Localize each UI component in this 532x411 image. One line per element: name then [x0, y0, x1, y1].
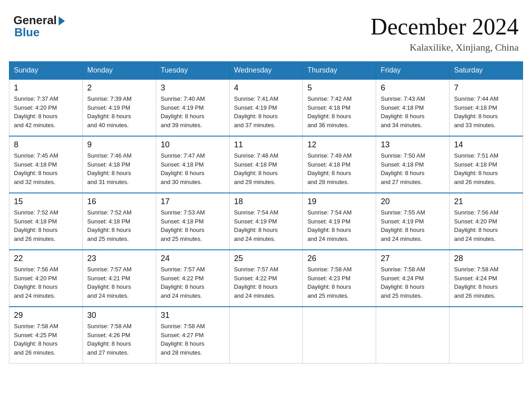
day-number: 28 — [454, 254, 518, 263]
calendar-week-row: 8Sunrise: 7:45 AMSunset: 4:18 PMDaylight… — [9, 136, 523, 193]
day-info: Sunrise: 7:56 AMSunset: 4:20 PMDaylight:… — [14, 265, 78, 300]
col-header-thursday: Thursday — [303, 62, 376, 80]
day-info: Sunrise: 7:48 AMSunset: 4:18 PMDaylight:… — [234, 151, 298, 186]
calendar-header-row: SundayMondayTuesdayWednesdayThursdayFrid… — [9, 62, 523, 80]
calendar-day-15: 15Sunrise: 7:52 AMSunset: 4:18 PMDayligh… — [9, 193, 83, 250]
day-info: Sunrise: 7:58 AMSunset: 4:27 PMDaylight:… — [161, 322, 225, 357]
calendar-week-row: 1Sunrise: 7:37 AMSunset: 4:20 PMDaylight… — [9, 79, 523, 136]
day-info: Sunrise: 7:50 AMSunset: 4:18 PMDaylight:… — [381, 151, 445, 186]
day-number: 24 — [161, 254, 225, 263]
month-title: December 2024 — [370, 13, 519, 40]
day-info: Sunrise: 7:49 AMSunset: 4:18 PMDaylight:… — [307, 151, 371, 186]
day-info: Sunrise: 7:56 AMSunset: 4:20 PMDaylight:… — [454, 208, 518, 243]
logo-arrow-icon — [59, 17, 65, 26]
day-number: 22 — [14, 254, 78, 263]
day-info: Sunrise: 7:40 AMSunset: 4:19 PMDaylight:… — [161, 94, 225, 129]
calendar-day-9: 9Sunrise: 7:46 AMSunset: 4:18 PMDaylight… — [82, 136, 156, 193]
day-info: Sunrise: 7:52 AMSunset: 4:18 PMDaylight:… — [87, 208, 151, 243]
day-number: 2 — [87, 83, 151, 93]
calendar-day-21: 21Sunrise: 7:56 AMSunset: 4:20 PMDayligh… — [450, 193, 523, 250]
day-number: 31 — [161, 311, 225, 320]
day-info: Sunrise: 7:58 AMSunset: 4:24 PMDaylight:… — [381, 265, 445, 300]
day-number: 16 — [87, 197, 151, 206]
day-info: Sunrise: 7:47 AMSunset: 4:18 PMDaylight:… — [161, 151, 225, 186]
day-info: Sunrise: 7:57 AMSunset: 4:21 PMDaylight:… — [87, 265, 151, 300]
day-info: Sunrise: 7:54 AMSunset: 4:19 PMDaylight:… — [307, 208, 371, 243]
day-number: 11 — [234, 140, 298, 150]
day-info: Sunrise: 7:45 AMSunset: 4:18 PMDaylight:… — [14, 151, 78, 186]
day-number: 27 — [381, 254, 445, 263]
logo: General Blue — [13, 13, 65, 39]
calendar-day-6: 6Sunrise: 7:43 AMSunset: 4:18 PMDaylight… — [376, 79, 450, 136]
day-info: Sunrise: 7:58 AMSunset: 4:25 PMDaylight:… — [14, 322, 78, 357]
calendar-day-7: 7Sunrise: 7:44 AMSunset: 4:18 PMDaylight… — [450, 79, 523, 136]
day-number: 1 — [14, 83, 78, 93]
calendar-day-empty — [303, 307, 376, 364]
day-number: 8 — [14, 140, 78, 150]
col-header-wednesday: Wednesday — [229, 62, 303, 80]
day-info: Sunrise: 7:55 AMSunset: 4:19 PMDaylight:… — [381, 208, 445, 243]
calendar-day-empty — [450, 307, 523, 364]
calendar-day-28: 28Sunrise: 7:58 AMSunset: 4:24 PMDayligh… — [450, 250, 523, 307]
calendar-day-empty — [376, 307, 450, 364]
day-info: Sunrise: 7:39 AMSunset: 4:19 PMDaylight:… — [87, 94, 151, 129]
calendar-day-22: 22Sunrise: 7:56 AMSunset: 4:20 PMDayligh… — [9, 250, 83, 307]
col-header-friday: Friday — [376, 62, 450, 80]
day-info: Sunrise: 7:41 AMSunset: 4:19 PMDaylight:… — [234, 94, 298, 129]
day-number: 20 — [381, 197, 445, 206]
day-info: Sunrise: 7:51 AMSunset: 4:18 PMDaylight:… — [454, 151, 518, 186]
calendar-day-13: 13Sunrise: 7:50 AMSunset: 4:18 PMDayligh… — [376, 136, 450, 193]
day-number: 4 — [234, 83, 298, 93]
day-info: Sunrise: 7:57 AMSunset: 4:22 PMDaylight:… — [161, 265, 225, 300]
day-number: 30 — [87, 311, 151, 320]
calendar-day-3: 3Sunrise: 7:40 AMSunset: 4:19 PMDaylight… — [156, 79, 229, 136]
calendar-day-14: 14Sunrise: 7:51 AMSunset: 4:18 PMDayligh… — [450, 136, 523, 193]
calendar-day-25: 25Sunrise: 7:57 AMSunset: 4:22 PMDayligh… — [229, 250, 303, 307]
calendar-day-8: 8Sunrise: 7:45 AMSunset: 4:18 PMDaylight… — [9, 136, 83, 193]
calendar-week-row: 22Sunrise: 7:56 AMSunset: 4:20 PMDayligh… — [9, 250, 523, 307]
day-number: 14 — [454, 140, 518, 150]
day-info: Sunrise: 7:53 AMSunset: 4:18 PMDaylight:… — [161, 208, 225, 243]
location-title: Kalaxilike, Xinjiang, China — [370, 42, 519, 53]
day-number: 19 — [307, 197, 371, 206]
day-info: Sunrise: 7:54 AMSunset: 4:19 PMDaylight:… — [234, 208, 298, 243]
col-header-saturday: Saturday — [450, 62, 523, 80]
col-header-sunday: Sunday — [9, 62, 83, 80]
calendar-day-4: 4Sunrise: 7:41 AMSunset: 4:19 PMDaylight… — [229, 79, 303, 136]
calendar-day-20: 20Sunrise: 7:55 AMSunset: 4:19 PMDayligh… — [376, 193, 450, 250]
day-number: 17 — [161, 197, 225, 206]
calendar-day-30: 30Sunrise: 7:58 AMSunset: 4:26 PMDayligh… — [82, 307, 156, 364]
day-info: Sunrise: 7:57 AMSunset: 4:22 PMDaylight:… — [234, 265, 298, 300]
day-number: 21 — [454, 197, 518, 206]
calendar-day-17: 17Sunrise: 7:53 AMSunset: 4:18 PMDayligh… — [156, 193, 229, 250]
calendar-day-24: 24Sunrise: 7:57 AMSunset: 4:22 PMDayligh… — [156, 250, 229, 307]
calendar-day-26: 26Sunrise: 7:58 AMSunset: 4:23 PMDayligh… — [303, 250, 376, 307]
calendar-day-29: 29Sunrise: 7:58 AMSunset: 4:25 PMDayligh… — [9, 307, 83, 364]
day-number: 13 — [381, 140, 445, 150]
calendar-day-10: 10Sunrise: 7:47 AMSunset: 4:18 PMDayligh… — [156, 136, 229, 193]
day-info: Sunrise: 7:58 AMSunset: 4:26 PMDaylight:… — [87, 322, 151, 357]
day-info: Sunrise: 7:58 AMSunset: 4:24 PMDaylight:… — [454, 265, 518, 300]
calendar-day-23: 23Sunrise: 7:57 AMSunset: 4:21 PMDayligh… — [82, 250, 156, 307]
day-info: Sunrise: 7:44 AMSunset: 4:18 PMDaylight:… — [454, 94, 518, 129]
calendar-week-row: 29Sunrise: 7:58 AMSunset: 4:25 PMDayligh… — [9, 307, 523, 364]
day-info: Sunrise: 7:43 AMSunset: 4:18 PMDaylight:… — [381, 94, 445, 129]
day-number: 7 — [454, 83, 518, 93]
day-number: 29 — [14, 311, 78, 320]
day-number: 15 — [14, 197, 78, 206]
calendar-day-16: 16Sunrise: 7:52 AMSunset: 4:18 PMDayligh… — [82, 193, 156, 250]
day-info: Sunrise: 7:58 AMSunset: 4:23 PMDaylight:… — [307, 265, 371, 300]
col-header-tuesday: Tuesday — [156, 62, 229, 80]
calendar-day-31: 31Sunrise: 7:58 AMSunset: 4:27 PMDayligh… — [156, 307, 229, 364]
col-header-monday: Monday — [82, 62, 156, 80]
day-number: 9 — [87, 140, 151, 150]
day-number: 5 — [307, 83, 371, 93]
calendar-day-18: 18Sunrise: 7:54 AMSunset: 4:19 PMDayligh… — [229, 193, 303, 250]
calendar-day-19: 19Sunrise: 7:54 AMSunset: 4:19 PMDayligh… — [303, 193, 376, 250]
calendar-day-12: 12Sunrise: 7:49 AMSunset: 4:18 PMDayligh… — [303, 136, 376, 193]
page-header: General Blue December 2024 Kalaxilike, X… — [9, 9, 523, 53]
day-number: 26 — [307, 254, 371, 263]
day-number: 25 — [234, 254, 298, 263]
day-number: 6 — [381, 83, 445, 93]
calendar-day-1: 1Sunrise: 7:37 AMSunset: 4:20 PMDaylight… — [9, 79, 83, 136]
